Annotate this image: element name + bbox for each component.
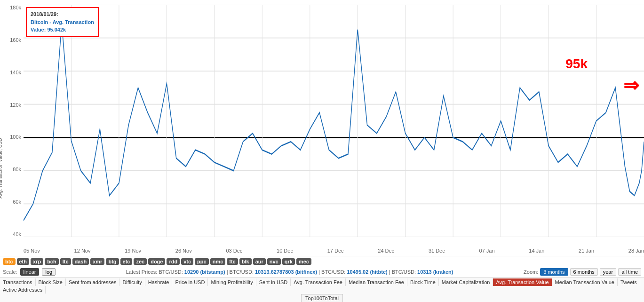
x-label-24dec: 24 Dec xyxy=(378,248,394,254)
x-label-07jan: 07 Jan xyxy=(479,248,494,254)
currency-dash[interactable]: dash xyxy=(72,258,89,265)
x-label-10dec: 10 Dec xyxy=(277,248,293,254)
tooltip-label: Bitcoin - Avg. Transaction xyxy=(31,18,94,26)
y-label-60k: 60k xyxy=(0,199,24,205)
currency-zec[interactable]: zec xyxy=(134,258,147,265)
y-label-40k: 40k xyxy=(0,231,24,237)
y-axis-labels: 180k 160k 140k 120k 100k 80k 60k 40k xyxy=(0,0,24,237)
scale-linear-button[interactable]: linear xyxy=(20,268,40,276)
currency-vtc[interactable]: vtc xyxy=(181,258,193,265)
main-chart-svg xyxy=(24,5,644,237)
x-label-12nov: 12 Nov xyxy=(74,248,91,254)
currency-qrk[interactable]: qrk xyxy=(282,258,295,265)
x-label-14jan: 14 Jan xyxy=(529,248,544,254)
scale-log-button[interactable]: log xyxy=(42,268,56,276)
metric-top100-button[interactable]: Top100ToTotal xyxy=(301,294,343,302)
y-label-100k: 100k xyxy=(0,134,24,140)
metric-active-addresses[interactable]: Active Addresses xyxy=(0,286,46,294)
y-axis-title: Avg. Transaction Value, USD xyxy=(0,138,3,199)
currency-mec[interactable]: mec xyxy=(296,258,311,265)
x-label-17dec: 17 Dec xyxy=(327,248,344,254)
currency-ftc[interactable]: ftc xyxy=(227,258,238,265)
currency-ppc[interactable]: ppc xyxy=(195,258,209,265)
metric-transactions[interactable]: Transactions xyxy=(0,278,36,286)
metric-difficulty[interactable]: Difficulty xyxy=(119,278,145,286)
y-label-120k: 120k xyxy=(0,102,24,108)
currency-ltc[interactable]: ltc xyxy=(60,258,71,265)
metric-block-time[interactable]: Block Time xyxy=(407,278,439,286)
scale-row: Scale: linear log Latest Prices: BTC/USD… xyxy=(0,267,644,277)
currency-doge[interactable]: doge xyxy=(148,258,165,265)
y-label-160k: 160k xyxy=(0,37,24,43)
zoom-section: Zoom: 3 months 6 months year all time xyxy=(524,268,641,276)
currency-xrp[interactable]: xrp xyxy=(31,258,43,265)
y-label-80k: 80k xyxy=(0,167,24,172)
zoom-6months-button[interactable]: 6 months xyxy=(570,268,598,276)
metrics-row: Transactions Block Size Sent from addres… xyxy=(0,277,644,294)
currency-btg[interactable]: btg xyxy=(106,258,119,265)
chart-svg-container xyxy=(24,5,644,237)
scale-label: Scale: xyxy=(3,269,17,275)
currency-blk[interactable]: blk xyxy=(239,258,252,265)
metric-block-size[interactable]: Block Size xyxy=(36,278,66,286)
metric-sent-usd[interactable]: Sent in USD xyxy=(256,278,291,286)
metric-sent-from-addresses[interactable]: Sent from addresses xyxy=(66,278,120,286)
metric-median-transaction-fee[interactable]: Median Transaction Fee xyxy=(346,278,407,286)
price-hitbtc: 10495.02 (hitbtc) xyxy=(347,269,387,275)
tooltip-box: 2018/01/29: Bitcoin - Avg. Transaction V… xyxy=(26,7,99,37)
metric-mining-profitability[interactable]: Mining Profitability xyxy=(208,278,256,286)
metric-hashrate[interactable]: Hashrate xyxy=(145,278,173,286)
x-axis-labels: 05 Nov 12 Nov 19 Nov 26 Nov 03 Dec 10 De… xyxy=(24,248,644,254)
currency-row: btc eth xrp bch ltc dash xmr btg etc zec… xyxy=(0,256,644,267)
currency-rdd[interactable]: rdd xyxy=(167,258,180,265)
x-label-03dec: 03 Dec xyxy=(226,248,242,254)
currency-etc[interactable]: etc xyxy=(120,258,133,265)
y-label-140k: 140k xyxy=(0,70,24,75)
currency-btc[interactable]: btc xyxy=(3,258,16,265)
prices-text: Latest Prices: BTC/USD: 10290 (bitstamp)… xyxy=(58,269,521,275)
x-label-31dec: 31 Dec xyxy=(429,248,445,254)
price-kraken: 10313 (kraken) xyxy=(417,269,453,275)
metric-avg-transaction-fee[interactable]: Avg. Transaction Fee xyxy=(291,278,346,286)
chart-area: 2018/01/29: Bitcoin - Avg. Transaction V… xyxy=(0,0,644,256)
zoom-label: Zoom: xyxy=(524,269,538,275)
metric-median-transaction-value[interactable]: Median Transaction Value xyxy=(552,278,618,286)
annotation-95k: 95k xyxy=(565,56,588,72)
x-label-05nov: 05 Nov xyxy=(24,248,40,254)
price-bitstamp: 10290 (bitstamp) xyxy=(184,269,225,275)
x-label-19nov: 19 Nov xyxy=(125,248,141,254)
annotation-arrow: ⇒ xyxy=(623,74,639,96)
bottom-row: Top100ToTotal xyxy=(0,294,644,302)
zoom-3months-button[interactable]: 3 months xyxy=(540,268,568,276)
currency-bch[interactable]: bch xyxy=(45,258,59,265)
tooltip-value: Value: 95.042k xyxy=(31,26,94,34)
metric-price-usd[interactable]: Price in USD xyxy=(172,278,208,286)
currency-eth[interactable]: eth xyxy=(17,258,30,265)
metric-market-cap[interactable]: Market Capitalization xyxy=(439,278,493,286)
currency-xmr[interactable]: xmr xyxy=(90,258,104,265)
y-label-180k: 180k xyxy=(0,5,24,10)
main-container: 2018/01/29: Bitcoin - Avg. Transaction V… xyxy=(0,0,644,302)
x-label-26nov: 26 Nov xyxy=(175,248,192,254)
metric-avg-transaction-value[interactable]: Avg. Transaction Value xyxy=(493,278,552,286)
tooltip-date: 2018/01/29: xyxy=(31,10,94,18)
currency-nmc[interactable]: nmc xyxy=(210,258,226,265)
x-label-21jan: 21 Jan xyxy=(579,248,594,254)
zoom-alltime-button[interactable]: all time xyxy=(618,268,641,276)
currency-aur[interactable]: aur xyxy=(253,258,266,265)
metric-tweets[interactable]: Tweets xyxy=(618,278,640,286)
price-bitfinex: 10313.62787803 (bitfinex) xyxy=(255,269,317,275)
zoom-year-button[interactable]: year xyxy=(600,268,616,276)
x-label-28jan: 28 Jan xyxy=(628,248,644,254)
currency-nvc[interactable]: nvc xyxy=(267,258,281,265)
